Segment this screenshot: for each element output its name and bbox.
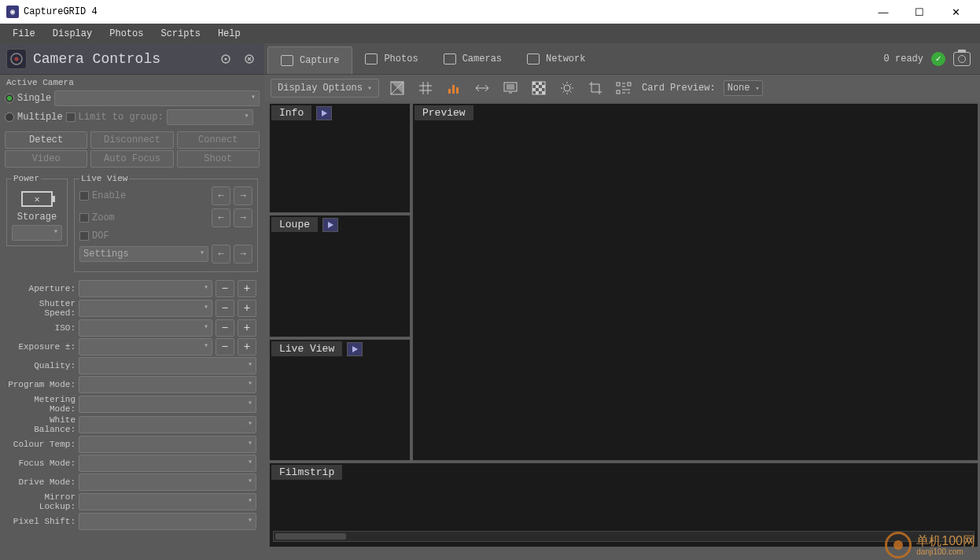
loupe-title: Loupe (271, 217, 318, 232)
single-radio[interactable] (5, 94, 14, 103)
lv-nav-right-1[interactable]: → (234, 186, 252, 205)
panel-settings-icon[interactable] (217, 50, 234, 68)
storage-select[interactable] (12, 225, 62, 241)
multiple-radio[interactable] (5, 112, 14, 122)
control-select[interactable] (79, 376, 256, 393)
control-select[interactable] (79, 513, 256, 530)
control-label: Focus Mode: (5, 459, 76, 468)
tab-photos[interactable]: Photos (352, 43, 430, 74)
control-row: Program Mode: (5, 376, 260, 393)
histogram-tool-icon[interactable] (444, 78, 464, 98)
crop-tool-icon[interactable] (585, 78, 606, 98)
panel-close-icon[interactable] (241, 50, 258, 68)
control-plus-button[interactable]: + (238, 280, 256, 297)
lv-nav-left-2[interactable]: ← (212, 208, 230, 227)
display-options-button[interactable]: Display Options (271, 79, 379, 98)
autofocus-button[interactable]: Auto Focus (90, 150, 173, 168)
flip-tool-icon[interactable] (472, 78, 492, 98)
display-options-label: Display Options (278, 83, 363, 94)
control-select[interactable] (79, 300, 212, 317)
control-minus-button[interactable]: − (216, 338, 234, 356)
connect-button[interactable]: Connect (177, 131, 260, 149)
menu-display[interactable]: Display (45, 26, 100, 42)
control-select[interactable] (79, 493, 256, 510)
minimize-button[interactable]: — (865, 0, 901, 24)
maximize-button[interactable]: ☐ (901, 0, 938, 24)
lv-dof-checkbox[interactable] (79, 231, 89, 241)
detect-button[interactable]: Detect (5, 131, 87, 149)
titlebar: ◉ CaptureGRID 4 — ☐ ✕ (0, 0, 980, 24)
control-plus-button[interactable]: + (238, 300, 256, 317)
filmstrip-scrollbar[interactable] (273, 531, 974, 542)
svg-point-20 (564, 85, 570, 91)
lv-nav-left-1[interactable]: ← (212, 186, 230, 205)
preview-pane: Preview (412, 103, 978, 461)
view-grid: Info Preview Loupe Live View Filmstrip (264, 101, 980, 560)
screen-tool-icon[interactable] (500, 78, 521, 98)
control-select[interactable] (79, 455, 256, 472)
single-camera-select[interactable] (54, 90, 260, 106)
panel-title: Camera Controls (33, 51, 211, 67)
control-select[interactable] (79, 338, 212, 356)
control-row: Shutter Speed:−+ (5, 299, 260, 318)
menu-file[interactable]: File (5, 26, 43, 42)
control-row: Metering Mode: (5, 395, 260, 414)
lv-nav-right-2[interactable]: → (234, 208, 252, 227)
control-select[interactable] (79, 396, 256, 413)
lv-nav-right-3[interactable]: → (234, 245, 252, 263)
window-title: CaptureGRID 4 (24, 6, 865, 17)
lv-settings-select[interactable]: Settings (79, 246, 208, 262)
control-select[interactable] (79, 357, 256, 374)
shoot-button[interactable]: Shoot (177, 150, 260, 168)
loupe-play-button[interactable] (322, 218, 338, 232)
card-preview-select[interactable]: None (724, 80, 763, 96)
lv-zoom-checkbox[interactable] (79, 213, 89, 223)
lv-enable-checkbox[interactable] (79, 191, 89, 201)
tab-capture[interactable]: Capture (267, 46, 352, 74)
control-minus-button[interactable]: − (216, 300, 234, 317)
control-minus-button[interactable]: − (216, 280, 234, 297)
close-button[interactable]: ✕ (938, 0, 974, 24)
control-select[interactable] (79, 280, 212, 297)
video-button[interactable]: Video (5, 150, 87, 168)
lv-nav-left-3[interactable]: ← (212, 245, 230, 263)
disconnect-button[interactable]: Disconnect (90, 131, 173, 149)
tab-network-label: Network (546, 53, 585, 64)
control-plus-button[interactable]: + (238, 338, 256, 356)
lv-dof-label: DOF (92, 230, 252, 241)
panel-logo-icon (6, 49, 27, 69)
cameras-icon (444, 53, 456, 64)
control-plus-button[interactable]: + (238, 319, 256, 337)
menu-scripts[interactable]: Scripts (153, 26, 208, 42)
grid-tool-icon[interactable] (415, 78, 436, 98)
svg-rect-23 (617, 90, 620, 94)
control-select[interactable] (79, 436, 256, 453)
checker-tool-icon[interactable] (529, 78, 549, 98)
liveview-legend: Live View (79, 174, 129, 183)
barcode-tool-icon[interactable] (613, 78, 634, 98)
control-select[interactable] (79, 473, 256, 491)
control-label: White Balance: (5, 415, 76, 434)
limit-group-select[interactable] (167, 109, 253, 125)
exposure-tool-icon[interactable] (387, 78, 407, 98)
tab-network[interactable]: Network (514, 43, 598, 74)
app-icon: ◉ (6, 6, 19, 18)
limit-label: Limit to group: (79, 112, 164, 123)
tab-cameras[interactable]: Cameras (431, 43, 514, 74)
limit-checkbox[interactable] (66, 112, 76, 122)
control-select[interactable] (79, 319, 212, 337)
svg-rect-13 (539, 82, 542, 85)
menu-help[interactable]: Help (210, 26, 249, 42)
info-play-button[interactable] (316, 106, 332, 120)
panel-header: Camera Controls (0, 43, 264, 75)
control-minus-button[interactable]: − (216, 319, 234, 337)
menu-photos[interactable]: Photos (101, 26, 151, 42)
control-label: Metering Mode: (5, 395, 76, 414)
single-label: Single (17, 93, 51, 104)
brightness-tool-icon[interactable] (557, 78, 577, 98)
liveview-play-button[interactable] (347, 342, 363, 356)
svg-rect-15 (542, 85, 545, 88)
content-area: Capture Photos Cameras Network 0 ready ✓… (264, 43, 980, 560)
camera-status-icon[interactable] (953, 52, 971, 66)
control-select[interactable] (79, 416, 256, 433)
